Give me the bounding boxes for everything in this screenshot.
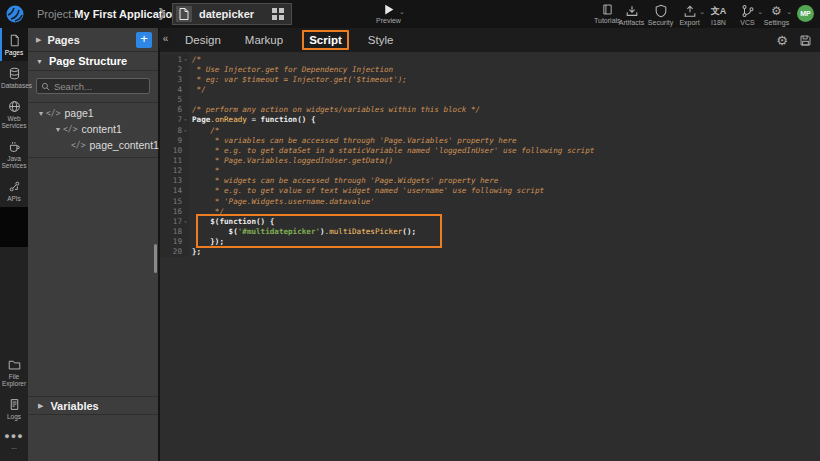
open-page-tab[interactable]: datepicker bbox=[172, 3, 292, 25]
sidebar-scrollbar[interactable] bbox=[154, 244, 157, 273]
code-line-8[interactable]: 8 - /* bbox=[160, 125, 820, 135]
add-page-button[interactable]: + bbox=[136, 32, 152, 48]
vcs-button[interactable]: VCS⌄ bbox=[733, 2, 762, 26]
page-structure-section[interactable]: ▼ Page Structure bbox=[28, 52, 158, 71]
rail-item-label: ... bbox=[1, 443, 27, 450]
code-line-16[interactable]: 16 */ bbox=[160, 206, 820, 216]
expand-arrow-icon[interactable]: ▼ bbox=[36, 110, 46, 117]
line-code: /* bbox=[189, 126, 219, 135]
line-gutter: 17 - bbox=[160, 216, 189, 226]
page-tab-label: datepicker bbox=[199, 8, 272, 20]
tree-item-page_content1[interactable]: </> page_content1 bbox=[28, 137, 158, 153]
collapse-sidebar-button[interactable]: « bbox=[159, 31, 172, 48]
rail-item-file-explorer[interactable]: File Explorer bbox=[0, 352, 28, 392]
fold-toggle-icon[interactable]: - bbox=[182, 115, 189, 124]
user-avatar[interactable]: MP bbox=[797, 5, 814, 22]
code-line-5[interactable]: 5 bbox=[160, 95, 820, 105]
play-icon: ⌄ bbox=[382, 3, 395, 16]
collapse-arrow-icon[interactable]: ▶ bbox=[36, 36, 41, 44]
pages-icon bbox=[8, 34, 21, 47]
top-bar: Project: My First Application ❯ datepick… bbox=[0, 0, 820, 28]
rail-item-databases[interactable]: Databases bbox=[0, 61, 28, 94]
code-line-7[interactable]: 7 - Page.onReady = function() { bbox=[160, 115, 820, 125]
folder-icon bbox=[8, 358, 21, 371]
preview-button[interactable]: ⌄ Preview bbox=[376, 3, 401, 24]
tab-style[interactable]: Style bbox=[363, 32, 399, 48]
expand-arrow-icon[interactable]: ▼ bbox=[53, 126, 63, 133]
line-code: */ bbox=[189, 85, 206, 94]
fold-toggle-icon[interactable]: - bbox=[182, 126, 189, 135]
i18n-button[interactable]: 文A I18N bbox=[704, 2, 733, 26]
line-gutter: 13 bbox=[160, 176, 189, 186]
script-settings-gear-icon[interactable]: ⚙ bbox=[776, 34, 788, 47]
rail-item--[interactable]: ●●● ... bbox=[0, 425, 28, 455]
line-gutter: 16 bbox=[160, 206, 189, 216]
wavemaker-studio: Project: My First Application ❯ datepick… bbox=[0, 0, 820, 461]
code-line-9[interactable]: 9 * variables can be accessed through 'P… bbox=[160, 135, 820, 145]
rail-item-pages[interactable]: Pages bbox=[0, 28, 28, 61]
export-button[interactable]: Export⌄ bbox=[675, 2, 704, 26]
rail-item-label: Web Services bbox=[1, 115, 27, 129]
line-code: * bbox=[189, 166, 219, 175]
line-gutter: 8 - bbox=[160, 125, 189, 135]
tab-script[interactable]: Script bbox=[302, 30, 349, 50]
rail-item-web-services[interactable]: Web Services bbox=[0, 94, 28, 134]
code-line-10[interactable]: 10 * e.g. to get dataSet in a staticVari… bbox=[160, 145, 820, 155]
artifacts-button[interactable]: Artifacts bbox=[617, 2, 646, 26]
tree-item-content1[interactable]: ▼ </> content1 bbox=[28, 121, 158, 137]
line-gutter: 11 bbox=[160, 155, 189, 165]
tab-design[interactable]: Design bbox=[180, 32, 226, 48]
line-gutter: 14 bbox=[160, 186, 189, 196]
code-line-2[interactable]: 2 * Use Injector.get for Dependency Inje… bbox=[160, 64, 820, 74]
security-button[interactable]: Security bbox=[646, 2, 675, 26]
fold-toggle-icon[interactable]: - bbox=[182, 55, 189, 64]
rail-item-apis[interactable]: APIs bbox=[0, 174, 28, 207]
code-line-15[interactable]: 15 * 'Page.Widgets.username.datavalue' bbox=[160, 196, 820, 206]
code-line-19[interactable]: 19 }); bbox=[160, 237, 820, 247]
line-gutter: 2 bbox=[160, 64, 189, 74]
tab-markup[interactable]: Markup bbox=[240, 32, 288, 48]
rail-item-label: Pages bbox=[1, 49, 27, 56]
code-line-1[interactable]: 1 - /* bbox=[160, 54, 820, 64]
widget-code-icon: </> bbox=[63, 125, 77, 134]
rail-item-java-services[interactable]: Java Services bbox=[0, 134, 28, 174]
code-line-17[interactable]: 17 - $(function() { bbox=[160, 216, 820, 226]
line-number: 12 bbox=[160, 166, 182, 175]
code-line-12[interactable]: 12 * bbox=[160, 166, 820, 176]
rail-divider-block bbox=[0, 207, 28, 247]
rail-item-label: APIs bbox=[1, 195, 27, 202]
code-line-18[interactable]: 18 $('#multidatepicker').multiDatesPicke… bbox=[160, 226, 820, 236]
save-icon[interactable] bbox=[799, 34, 812, 47]
line-code: * 'Page.Widgets.username.datavalue' bbox=[189, 197, 375, 206]
code-line-14[interactable]: 14 * e.g. to get value of text widget na… bbox=[160, 186, 820, 196]
line-number: 13 bbox=[160, 176, 182, 185]
tree-item-label: content1 bbox=[81, 123, 121, 135]
variables-section[interactable]: ▶ Variables bbox=[28, 396, 158, 415]
line-gutter: 4 bbox=[160, 84, 189, 94]
pages-sidebar: ▶ Pages + ▼ Page Structure ▼ </> page1▼ … bbox=[28, 28, 160, 461]
code-line-20[interactable]: 20 }; bbox=[160, 247, 820, 257]
rail-item-logs[interactable]: Logs bbox=[0, 392, 28, 425]
topbar-actions: Artifacts Security Export⌄文A I18N VCS⌄⚙ … bbox=[617, 2, 814, 26]
code-line-4[interactable]: 4 */ bbox=[160, 84, 820, 94]
code-line-6[interactable]: 6 /* perform any action on widgets/varia… bbox=[160, 105, 820, 115]
line-number: 19 bbox=[160, 237, 182, 246]
grid-icon[interactable] bbox=[272, 8, 284, 20]
rail-item-label: File Explorer bbox=[1, 373, 27, 387]
logs-icon bbox=[8, 398, 21, 411]
tree-item-page1[interactable]: ▼ </> page1 bbox=[28, 105, 158, 121]
line-gutter: 12 bbox=[160, 166, 189, 176]
code-line-13[interactable]: 13 * widgets can be accessed through 'Pa… bbox=[160, 176, 820, 186]
fold-toggle-icon[interactable]: - bbox=[182, 217, 189, 226]
search-input[interactable] bbox=[54, 81, 145, 92]
line-gutter: 5 bbox=[160, 95, 189, 105]
line-number: 14 bbox=[160, 186, 182, 195]
code-line-3[interactable]: 3 * eg: var $timeout = Injector.get('$ti… bbox=[160, 74, 820, 84]
code-line-11[interactable]: 11 * Page.Variables.loggedInUser.getData… bbox=[160, 155, 820, 165]
settings-button[interactable]: ⚙ Settings⌄ bbox=[762, 2, 791, 26]
preview-label: Preview bbox=[376, 17, 401, 24]
editor-tabbar: DesignMarkupScriptStyle ⚙ bbox=[160, 28, 820, 52]
app-logo-icon[interactable] bbox=[5, 4, 25, 24]
search-icon bbox=[41, 82, 50, 91]
script-editor[interactable]: 1 - /* 2 * Use Injector.get for Dependen… bbox=[160, 52, 820, 461]
